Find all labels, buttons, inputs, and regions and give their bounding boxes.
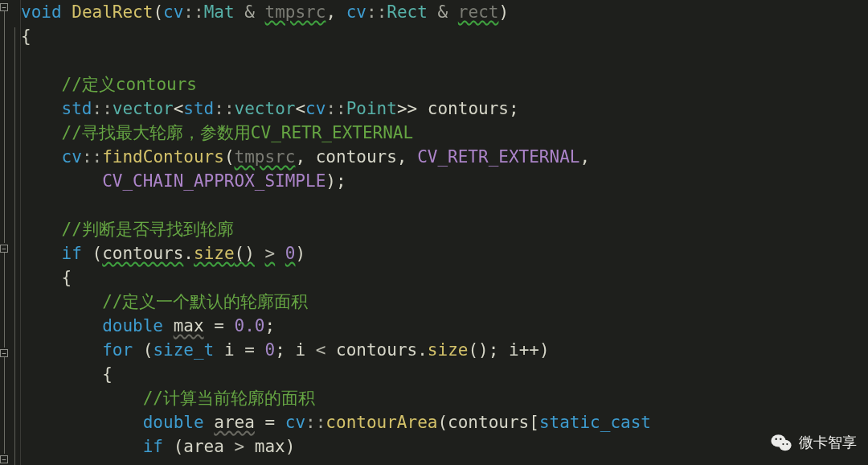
wechat-icon bbox=[770, 431, 792, 454]
code-line[interactable]: //判断是否寻找到轮廓 bbox=[21, 217, 868, 241]
fold-box-icon[interactable]: − bbox=[0, 245, 8, 253]
code-line[interactable]: std::vector<std::vector<cv::Point>> cont… bbox=[21, 97, 868, 121]
code-line[interactable]: //定义contours bbox=[21, 72, 868, 97]
comment: //定义一个默认的轮廓面积 bbox=[102, 292, 308, 311]
gutter-brace-line bbox=[4, 357, 5, 454]
code-line[interactable]: double area = cv::contourArea(contours[s… bbox=[21, 410, 868, 434]
svg-point-2 bbox=[775, 438, 777, 441]
code-line[interactable]: { bbox=[21, 362, 868, 386]
code-line[interactable]: double max = 0.0; bbox=[21, 314, 868, 338]
function-name: DealRect bbox=[72, 2, 153, 22]
code-line[interactable] bbox=[21, 48, 868, 72]
fold-box-icon[interactable]: − bbox=[0, 3, 8, 11]
code-line[interactable]: cv::findContours(tmpsrc, contours, CV_RE… bbox=[21, 145, 868, 169]
keyword: void bbox=[21, 2, 62, 22]
gutter-brace-line bbox=[14, 27, 15, 465]
code-line[interactable]: if (area > max) bbox=[21, 434, 868, 459]
parameter: rect bbox=[458, 2, 499, 22]
svg-point-5 bbox=[786, 443, 788, 445]
editor-gutter: − − − − bbox=[0, 0, 21, 465]
comment: //判断是否寻找到轮廓 bbox=[62, 220, 234, 239]
watermark: 微卡智享 bbox=[770, 431, 857, 454]
comment: //寻找最大轮廓，参数用CV_RETR_EXTERNAL bbox=[62, 123, 414, 142]
code-line[interactable]: void DealRect(cv::Mat & tmpsrc, cv::Rect… bbox=[21, 0, 868, 24]
code-line[interactable]: //寻找最大轮廓，参数用CV_RETR_EXTERNAL bbox=[21, 121, 868, 145]
svg-point-4 bbox=[782, 443, 784, 445]
fold-box-icon[interactable]: − bbox=[0, 455, 8, 463]
macro: CV_RETR_EXTERNAL bbox=[417, 147, 579, 167]
comment: //计算当前轮廓的面积 bbox=[143, 389, 315, 408]
code-editor[interactable]: void DealRect(cv::Mat & tmpsrc, cv::Rect… bbox=[21, 0, 868, 465]
code-line[interactable]: for (size_t i = 0; i < contours.size(); … bbox=[21, 338, 868, 362]
parameter: tmpsrc bbox=[265, 2, 326, 22]
comment: //定义contours bbox=[62, 75, 197, 94]
code-line[interactable]: //定义一个默认的轮廓面积 bbox=[21, 290, 868, 314]
code-line[interactable]: if (contours.size() > 0) bbox=[21, 241, 868, 265]
gutter-brace-line bbox=[4, 11, 5, 243]
svg-point-1 bbox=[779, 440, 791, 451]
watermark-text: 微卡智享 bbox=[799, 433, 857, 452]
svg-point-3 bbox=[780, 438, 782, 441]
code-line[interactable]: //计算当前轮廓的面积 bbox=[21, 386, 868, 410]
code-line[interactable]: { bbox=[21, 24, 868, 48]
macro: CV_CHAIN_APPROX_SIMPLE bbox=[102, 171, 326, 191]
fold-box-icon[interactable]: − bbox=[0, 349, 8, 357]
code-line[interactable] bbox=[21, 193, 868, 217]
code-line[interactable]: { bbox=[21, 265, 868, 290]
gutter-brace-line bbox=[4, 253, 5, 348]
code-line[interactable]: CV_CHAIN_APPROX_SIMPLE); bbox=[21, 169, 868, 193]
